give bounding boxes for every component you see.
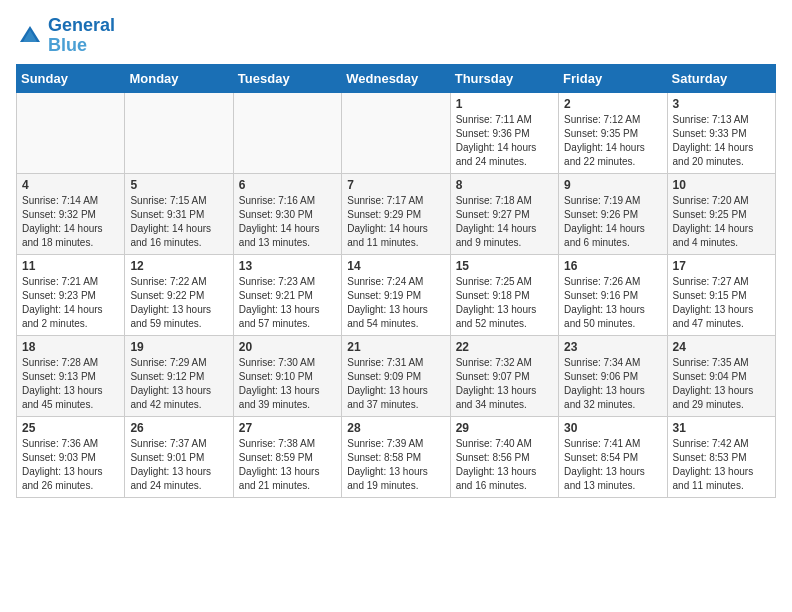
day-info: Sunrise: 7:40 AMSunset: 8:56 PMDaylight:…: [456, 437, 553, 493]
day-number: 25: [22, 421, 119, 435]
calendar-week-row: 1Sunrise: 7:11 AMSunset: 9:36 PMDaylight…: [17, 92, 776, 173]
day-info: Sunrise: 7:23 AMSunset: 9:21 PMDaylight:…: [239, 275, 336, 331]
day-info: Sunrise: 7:38 AMSunset: 8:59 PMDaylight:…: [239, 437, 336, 493]
day-info: Sunrise: 7:15 AMSunset: 9:31 PMDaylight:…: [130, 194, 227, 250]
calendar-cell: 12Sunrise: 7:22 AMSunset: 9:22 PMDayligh…: [125, 254, 233, 335]
day-info: Sunrise: 7:20 AMSunset: 9:25 PMDaylight:…: [673, 194, 770, 250]
calendar-cell: 23Sunrise: 7:34 AMSunset: 9:06 PMDayligh…: [559, 335, 667, 416]
day-number: 30: [564, 421, 661, 435]
day-number: 26: [130, 421, 227, 435]
day-number: 28: [347, 421, 444, 435]
day-info: Sunrise: 7:32 AMSunset: 9:07 PMDaylight:…: [456, 356, 553, 412]
day-number: 17: [673, 259, 770, 273]
calendar-cell: 3Sunrise: 7:13 AMSunset: 9:33 PMDaylight…: [667, 92, 775, 173]
logo: General Blue: [16, 16, 115, 56]
calendar-cell: 5Sunrise: 7:15 AMSunset: 9:31 PMDaylight…: [125, 173, 233, 254]
calendar-cell: 16Sunrise: 7:26 AMSunset: 9:16 PMDayligh…: [559, 254, 667, 335]
day-info: Sunrise: 7:24 AMSunset: 9:19 PMDaylight:…: [347, 275, 444, 331]
calendar-cell: [342, 92, 450, 173]
calendar-cell: 4Sunrise: 7:14 AMSunset: 9:32 PMDaylight…: [17, 173, 125, 254]
day-info: Sunrise: 7:22 AMSunset: 9:22 PMDaylight:…: [130, 275, 227, 331]
day-info: Sunrise: 7:17 AMSunset: 9:29 PMDaylight:…: [347, 194, 444, 250]
day-number: 23: [564, 340, 661, 354]
calendar-cell: 11Sunrise: 7:21 AMSunset: 9:23 PMDayligh…: [17, 254, 125, 335]
day-number: 4: [22, 178, 119, 192]
weekday-header: Thursday: [450, 64, 558, 92]
day-info: Sunrise: 7:36 AMSunset: 9:03 PMDaylight:…: [22, 437, 119, 493]
calendar-cell: 7Sunrise: 7:17 AMSunset: 9:29 PMDaylight…: [342, 173, 450, 254]
day-number: 12: [130, 259, 227, 273]
calendar-cell: 30Sunrise: 7:41 AMSunset: 8:54 PMDayligh…: [559, 416, 667, 497]
calendar-cell: 27Sunrise: 7:38 AMSunset: 8:59 PMDayligh…: [233, 416, 341, 497]
day-number: 2: [564, 97, 661, 111]
calendar-week-row: 25Sunrise: 7:36 AMSunset: 9:03 PMDayligh…: [17, 416, 776, 497]
calendar-cell: 22Sunrise: 7:32 AMSunset: 9:07 PMDayligh…: [450, 335, 558, 416]
day-info: Sunrise: 7:28 AMSunset: 9:13 PMDaylight:…: [22, 356, 119, 412]
page-header: General Blue: [16, 16, 776, 56]
day-number: 3: [673, 97, 770, 111]
calendar-cell: 17Sunrise: 7:27 AMSunset: 9:15 PMDayligh…: [667, 254, 775, 335]
calendar-cell: 21Sunrise: 7:31 AMSunset: 9:09 PMDayligh…: [342, 335, 450, 416]
day-info: Sunrise: 7:30 AMSunset: 9:10 PMDaylight:…: [239, 356, 336, 412]
day-number: 11: [22, 259, 119, 273]
weekday-header: Sunday: [17, 64, 125, 92]
day-number: 9: [564, 178, 661, 192]
day-number: 5: [130, 178, 227, 192]
day-number: 19: [130, 340, 227, 354]
day-info: Sunrise: 7:14 AMSunset: 9:32 PMDaylight:…: [22, 194, 119, 250]
calendar-table: SundayMondayTuesdayWednesdayThursdayFrid…: [16, 64, 776, 498]
calendar-cell: 20Sunrise: 7:30 AMSunset: 9:10 PMDayligh…: [233, 335, 341, 416]
calendar-cell: 18Sunrise: 7:28 AMSunset: 9:13 PMDayligh…: [17, 335, 125, 416]
calendar-cell: 19Sunrise: 7:29 AMSunset: 9:12 PMDayligh…: [125, 335, 233, 416]
weekday-header: Saturday: [667, 64, 775, 92]
day-number: 13: [239, 259, 336, 273]
day-number: 18: [22, 340, 119, 354]
day-info: Sunrise: 7:31 AMSunset: 9:09 PMDaylight:…: [347, 356, 444, 412]
calendar-cell: 8Sunrise: 7:18 AMSunset: 9:27 PMDaylight…: [450, 173, 558, 254]
day-info: Sunrise: 7:39 AMSunset: 8:58 PMDaylight:…: [347, 437, 444, 493]
calendar-cell: 6Sunrise: 7:16 AMSunset: 9:30 PMDaylight…: [233, 173, 341, 254]
day-number: 1: [456, 97, 553, 111]
day-number: 20: [239, 340, 336, 354]
calendar-cell: 31Sunrise: 7:42 AMSunset: 8:53 PMDayligh…: [667, 416, 775, 497]
day-number: 15: [456, 259, 553, 273]
day-info: Sunrise: 7:34 AMSunset: 9:06 PMDaylight:…: [564, 356, 661, 412]
day-info: Sunrise: 7:12 AMSunset: 9:35 PMDaylight:…: [564, 113, 661, 169]
calendar-cell: 24Sunrise: 7:35 AMSunset: 9:04 PMDayligh…: [667, 335, 775, 416]
day-info: Sunrise: 7:35 AMSunset: 9:04 PMDaylight:…: [673, 356, 770, 412]
weekday-header: Wednesday: [342, 64, 450, 92]
calendar-cell: [17, 92, 125, 173]
day-info: Sunrise: 7:25 AMSunset: 9:18 PMDaylight:…: [456, 275, 553, 331]
calendar-week-row: 4Sunrise: 7:14 AMSunset: 9:32 PMDaylight…: [17, 173, 776, 254]
logo-text: General Blue: [48, 16, 115, 56]
calendar-cell: 15Sunrise: 7:25 AMSunset: 9:18 PMDayligh…: [450, 254, 558, 335]
calendar-cell: 9Sunrise: 7:19 AMSunset: 9:26 PMDaylight…: [559, 173, 667, 254]
day-number: 24: [673, 340, 770, 354]
day-number: 31: [673, 421, 770, 435]
day-info: Sunrise: 7:19 AMSunset: 9:26 PMDaylight:…: [564, 194, 661, 250]
calendar-cell: 1Sunrise: 7:11 AMSunset: 9:36 PMDaylight…: [450, 92, 558, 173]
calendar-cell: 2Sunrise: 7:12 AMSunset: 9:35 PMDaylight…: [559, 92, 667, 173]
day-info: Sunrise: 7:18 AMSunset: 9:27 PMDaylight:…: [456, 194, 553, 250]
calendar-cell: 28Sunrise: 7:39 AMSunset: 8:58 PMDayligh…: [342, 416, 450, 497]
day-number: 27: [239, 421, 336, 435]
calendar-cell: 10Sunrise: 7:20 AMSunset: 9:25 PMDayligh…: [667, 173, 775, 254]
day-number: 22: [456, 340, 553, 354]
calendar-cell: 14Sunrise: 7:24 AMSunset: 9:19 PMDayligh…: [342, 254, 450, 335]
day-info: Sunrise: 7:16 AMSunset: 9:30 PMDaylight:…: [239, 194, 336, 250]
day-number: 7: [347, 178, 444, 192]
day-number: 8: [456, 178, 553, 192]
day-info: Sunrise: 7:21 AMSunset: 9:23 PMDaylight:…: [22, 275, 119, 331]
day-info: Sunrise: 7:37 AMSunset: 9:01 PMDaylight:…: [130, 437, 227, 493]
calendar-week-row: 18Sunrise: 7:28 AMSunset: 9:13 PMDayligh…: [17, 335, 776, 416]
weekday-header: Monday: [125, 64, 233, 92]
day-info: Sunrise: 7:11 AMSunset: 9:36 PMDaylight:…: [456, 113, 553, 169]
calendar-week-row: 11Sunrise: 7:21 AMSunset: 9:23 PMDayligh…: [17, 254, 776, 335]
day-info: Sunrise: 7:27 AMSunset: 9:15 PMDaylight:…: [673, 275, 770, 331]
calendar-cell: 26Sunrise: 7:37 AMSunset: 9:01 PMDayligh…: [125, 416, 233, 497]
calendar-cell: [125, 92, 233, 173]
day-number: 6: [239, 178, 336, 192]
day-info: Sunrise: 7:29 AMSunset: 9:12 PMDaylight:…: [130, 356, 227, 412]
weekday-header: Tuesday: [233, 64, 341, 92]
day-number: 10: [673, 178, 770, 192]
